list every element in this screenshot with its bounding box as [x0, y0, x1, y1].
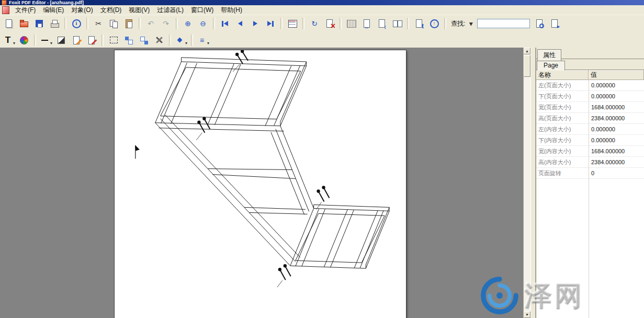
- redo-button[interactable]: ↷: [159, 16, 173, 31]
- hatch-pattern-button[interactable]: [344, 16, 359, 31]
- document-canvas[interactable]: [0, 48, 523, 318]
- color-wheel-icon: [19, 35, 29, 46]
- toolbar-separator: [280, 18, 283, 29]
- menu-window[interactable]: 窗口(W): [187, 5, 217, 16]
- text-tool-button[interactable]: T▾: [2, 33, 16, 48]
- transform-icon: [123, 35, 134, 46]
- fit-width-button[interactable]: [359, 16, 374, 31]
- last-page-icon: [265, 18, 276, 29]
- fill-style-button[interactable]: [54, 33, 69, 48]
- two-page-icon: [392, 18, 402, 29]
- dropdown-caret-icon[interactable]: ▾: [207, 41, 209, 47]
- property-value[interactable]: 0.000000: [589, 93, 644, 99]
- dropdown-caret-icon[interactable]: ▾: [13, 41, 15, 47]
- next-page-button[interactable]: [248, 16, 263, 31]
- property-value[interactable]: 0.000000: [589, 82, 644, 88]
- save-button[interactable]: [32, 16, 47, 31]
- copy-button[interactable]: [106, 16, 121, 31]
- tab-properties[interactable]: 属性: [537, 49, 561, 61]
- rotate-page-button[interactable]: ↻: [307, 16, 322, 31]
- find-doc-icon: [534, 18, 545, 29]
- scrollbar-thumb[interactable]: [524, 55, 530, 77]
- tab-page[interactable]: Page: [537, 61, 565, 71]
- upload-button[interactable]: [427, 16, 442, 31]
- property-name: 宽(页面大小): [536, 104, 589, 111]
- toolbar-separator: [176, 18, 178, 29]
- property-value[interactable]: 0.000000: [589, 137, 644, 143]
- properties-panel: 属性 Page 名称 值 左(页面大小)0.000000下(页面大小)0.000…: [536, 48, 644, 318]
- property-value[interactable]: 1684.000000: [589, 148, 644, 154]
- save-icon: [34, 18, 44, 29]
- document-menu-icon[interactable]: [2, 6, 9, 14]
- text-tool-icon: T: [3, 35, 13, 46]
- find-options-button[interactable]: ▾: [467, 16, 475, 31]
- dropdown-caret-icon[interactable]: ▾: [185, 41, 187, 47]
- find-previous-button[interactable]: [532, 16, 547, 31]
- menu-help[interactable]: 帮助(H): [217, 5, 246, 16]
- zoom-out-button[interactable]: ⊖: [196, 16, 210, 31]
- property-value[interactable]: 2384.000000: [589, 159, 644, 165]
- menu-document[interactable]: 文档(D): [97, 5, 126, 16]
- text-insert-button[interactable]: [412, 16, 426, 31]
- menu-filter[interactable]: 过滤器(L): [153, 5, 187, 16]
- edit-object-button[interactable]: [69, 33, 84, 48]
- new-document-button[interactable]: [2, 16, 16, 31]
- property-name: 高(页面大小): [536, 115, 589, 122]
- column-divider: [589, 80, 589, 318]
- line-style-button[interactable]: ▾: [39, 33, 53, 48]
- continuous-view-button[interactable]: [390, 16, 404, 31]
- property-row: 左(内容大小)0.000000: [536, 124, 644, 135]
- paste-button[interactable]: [121, 16, 136, 31]
- zoom-in-button[interactable]: ⊕: [180, 16, 195, 31]
- property-row: 宽(内容大小)1684.000000: [536, 146, 644, 157]
- find-label: 查找:: [451, 19, 465, 28]
- bring-forward-button[interactable]: [121, 33, 136, 48]
- property-name: 下(页面大小): [536, 93, 589, 100]
- send-backward-button[interactable]: [137, 33, 151, 48]
- edit-page-button[interactable]: [84, 33, 99, 48]
- tools-button[interactable]: [152, 33, 166, 48]
- property-value[interactable]: 0.000000: [589, 126, 644, 132]
- find-next-button[interactable]: [547, 16, 562, 31]
- menu-edit[interactable]: 编辑(E): [39, 5, 67, 16]
- main-toolbar: ✂↶↷⊕⊖↻查找:▾: [0, 15, 644, 32]
- dropdown-caret-icon[interactable]: ▾: [50, 41, 52, 47]
- menu-file[interactable]: 文件(F): [12, 5, 39, 16]
- page-thumbnails-button[interactable]: [285, 16, 300, 31]
- property-value[interactable]: 1684.000000: [589, 104, 644, 110]
- pdf-page[interactable]: [114, 50, 406, 318]
- delete-page-button[interactable]: [322, 16, 337, 31]
- panel-splitter[interactable]: [530, 48, 536, 318]
- document-info-button[interactable]: [69, 16, 84, 31]
- node-edit-button[interactable]: ▾: [174, 33, 188, 48]
- print-button[interactable]: [47, 16, 62, 31]
- find-input[interactable]: [477, 19, 530, 28]
- menu-bar: 文件(F)编辑(E)对象(O)文档(D)视图(V)过滤器(L)窗口(W)帮助(H…: [0, 5, 644, 15]
- column-header-value[interactable]: 值: [589, 70, 644, 80]
- cut-button[interactable]: ✂: [91, 16, 106, 31]
- color-wheel-button[interactable]: [17, 33, 31, 48]
- prev-page-button[interactable]: [233, 16, 247, 31]
- last-page-button[interactable]: [263, 16, 278, 31]
- distribute-button[interactable]: ≡▾: [196, 33, 210, 48]
- scroll-up-button[interactable]: ▲: [524, 48, 530, 54]
- select-area-button[interactable]: [106, 33, 121, 48]
- redo-icon: ↷: [161, 18, 171, 29]
- line-tool-icon: [40, 35, 50, 46]
- open-button[interactable]: [17, 16, 31, 31]
- fit-page-button[interactable]: [375, 16, 389, 31]
- undo-button[interactable]: ↶: [143, 16, 158, 31]
- property-row: 高(页面大小)2384.000000: [536, 113, 644, 124]
- text-insert-icon: [414, 18, 424, 29]
- first-page-button[interactable]: [218, 16, 232, 31]
- property-name: 高(内容大小): [536, 158, 589, 166]
- distribute-icon: ≡: [197, 35, 207, 46]
- menu-object[interactable]: 对象(O): [67, 5, 96, 16]
- menu-view[interactable]: 视图(V): [125, 5, 153, 16]
- scroll-down-button[interactable]: ▼: [524, 311, 530, 318]
- column-header-name[interactable]: 名称: [536, 70, 589, 80]
- property-value[interactable]: 2384.000000: [589, 115, 644, 121]
- vertical-scrollbar[interactable]: ▲ ▼: [523, 48, 530, 318]
- property-value[interactable]: 0: [589, 170, 644, 176]
- fit-page-icon: [377, 18, 387, 29]
